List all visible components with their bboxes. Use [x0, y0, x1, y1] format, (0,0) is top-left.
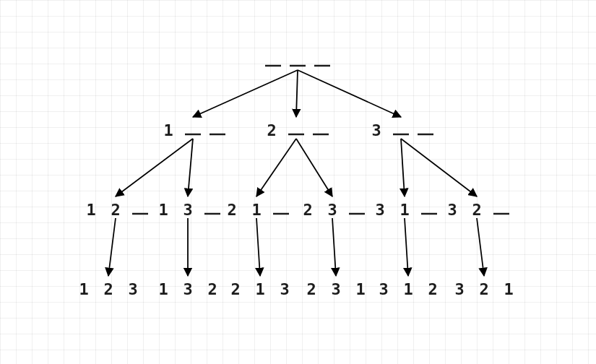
tree-node: 1	[163, 121, 225, 139]
diagram-stage: 123121321233132123132213231312321	[0, 0, 596, 364]
tree-edge	[401, 139, 477, 196]
tree-node: 23	[303, 201, 365, 219]
slot-digit: 2	[306, 280, 316, 298]
slot-digit: 2	[303, 201, 312, 219]
slot-digit: 3	[331, 280, 340, 298]
tree-edge	[193, 70, 298, 117]
slot-digit: 2	[472, 201, 481, 219]
slot-digit: 1	[400, 201, 409, 219]
tree-node: 3	[371, 121, 433, 139]
tree-edge	[401, 139, 405, 196]
slot-digit: 1	[255, 280, 264, 298]
slot-digit: 3	[280, 280, 289, 298]
tree-edge	[298, 70, 401, 117]
permutation-tree: 123121321233132123132213231312321	[0, 0, 596, 364]
slot-digit: 1	[86, 201, 95, 219]
tree-edge	[477, 218, 484, 276]
tree-edge	[296, 139, 332, 196]
tree-node: 21	[227, 201, 289, 219]
slot-digit: 1	[355, 280, 365, 298]
tree-edge	[116, 139, 193, 196]
slot-digit: 3	[183, 280, 192, 298]
tree-node: 312	[379, 280, 437, 298]
slot-digit: 2	[479, 280, 488, 298]
tree-node: 31	[375, 201, 437, 219]
tree-node: 13	[158, 201, 220, 219]
slot-digit: 1	[504, 280, 513, 298]
tree-node: 2	[267, 121, 329, 139]
slot-digit: 3	[375, 201, 384, 219]
tree-edge	[405, 218, 408, 276]
tree-node: 213	[230, 280, 289, 298]
slot-digit: 2	[103, 280, 113, 298]
slot-digit: 3	[379, 280, 388, 298]
tree-edge	[188, 139, 193, 196]
tree-node: 321	[454, 280, 513, 298]
tree-edge	[296, 70, 298, 117]
slot-digit: 1	[163, 121, 173, 139]
slot-digit: 3	[128, 280, 137, 298]
slot-digit: 3	[454, 280, 464, 298]
slot-digit: 2	[230, 280, 240, 298]
slot-digit: 3	[327, 201, 337, 219]
slot-digit: 2	[207, 280, 217, 298]
tree-node: 231	[306, 280, 365, 298]
tree-edge	[256, 218, 260, 276]
tree-node: 123	[79, 280, 137, 298]
slot-digit: 1	[158, 201, 168, 219]
slot-digit: 1	[79, 280, 88, 298]
slot-digit: 1	[158, 280, 168, 298]
tree-node: 32	[447, 201, 509, 219]
tree-node: 132	[158, 280, 217, 298]
tree-edge	[256, 139, 296, 196]
slot-digit: 1	[251, 201, 261, 219]
tree-edge	[332, 218, 336, 276]
slot-digit: 2	[227, 201, 236, 219]
slot-digit: 2	[111, 201, 120, 219]
tree-edge	[108, 218, 116, 276]
slot-digit: 3	[371, 121, 381, 139]
tree-node: 12	[86, 201, 148, 219]
slot-digit: 1	[403, 280, 413, 298]
slot-digit: 3	[183, 201, 192, 219]
slot-digit: 2	[428, 280, 437, 298]
slot-digit: 3	[447, 201, 457, 219]
slot-digit: 2	[267, 121, 276, 139]
